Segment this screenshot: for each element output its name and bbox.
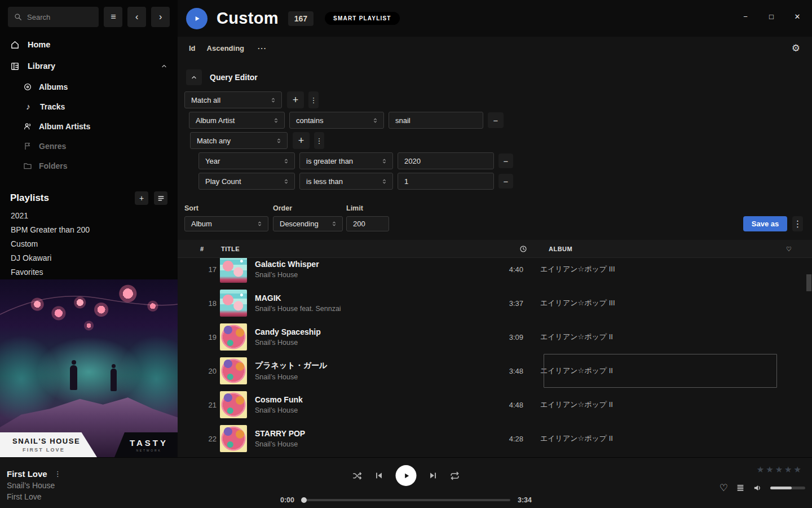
track-title: Cosmo Funk [255,395,470,404]
rule-value-input[interactable] [398,173,494,190]
playlists-header: Playlists + [0,188,178,208]
table-row[interactable]: 18 MAGIKSnail’s House feat. Sennzai 3:37… [178,286,812,320]
save-menu-button[interactable]: ⋮ [792,216,803,231]
group-menu-button-2[interactable]: ⋮ [314,132,324,149]
order-select[interactable]: Descending [273,216,343,231]
table-row[interactable]: 22 STARRY POPSnail’s House 4:28 エイリアン☆ポッ… [178,422,812,456]
search-box[interactable] [8,7,99,27]
table-scrollbar-thumb[interactable] [806,274,811,291]
volume-button[interactable] [753,483,762,493]
queue-button[interactable] [736,483,745,492]
remove-rule-button[interactable]: − [498,154,513,168]
track-album[interactable]: エイリアン☆ポップ III [540,264,777,274]
back-button[interactable]: ‹ [127,7,146,27]
select-value: Album Artist [196,116,235,125]
track-album[interactable]: エイリアン☆ポップ III [540,298,777,308]
playback-controls [352,465,460,486]
track-album[interactable]: エイリアン☆ポップ II [540,366,777,376]
chevron-up-icon[interactable] [161,63,167,69]
table-row[interactable]: 20 プラネット・ガールSnail’s House 3:48 エイリアン☆ポップ… [178,354,812,388]
match-type-select-2[interactable]: Match any [190,132,288,149]
sort-select[interactable]: Album [184,216,268,231]
favorite-heart-button[interactable]: ♡ [720,482,728,493]
sidebar: ≡ ‹ › Home Library Albums ♪ Tracks Album… [0,0,178,457]
track-album[interactable]: エイリアン☆ポップ II [540,400,777,410]
star-rating[interactable]: ★★★★★ [757,465,803,475]
table-row[interactable]: 19 Candy SpaceshipSnail’s House 3:09 エイリ… [178,320,812,354]
rule-operator-select[interactable]: contains [289,112,384,129]
search-input[interactable] [27,13,89,21]
limit-input[interactable] [346,216,389,231]
add-rule-button-1[interactable]: + [287,91,304,108]
column-album[interactable]: ALBUM [549,240,572,258]
rule-field-select[interactable]: Album Artist [189,112,285,129]
next-button[interactable] [429,471,438,480]
favorite-column-heart-icon[interactable]: ♡ [786,240,792,258]
match-type-select-1[interactable]: Match all [184,91,282,108]
playlist-item[interactable]: 2021 [0,208,178,222]
playlist-list-button[interactable] [154,191,167,205]
sidebar-item-folders[interactable]: Folders [0,156,178,176]
plus-icon: + [298,135,304,147]
close-button[interactable]: ✕ [791,10,804,23]
sidebar-item-home[interactable]: Home [0,34,178,55]
sidebar-item-albums[interactable]: Albums [0,77,178,97]
rule-value-input[interactable] [398,152,494,169]
rule-operator-select[interactable]: is greater than [299,152,393,169]
table-row[interactable]: 21 Cosmo FunkSnail’s House 4:48 エイリアン☆ポッ… [178,388,812,422]
column-number[interactable]: # [200,240,204,258]
track-duration: 4:48 [470,401,523,409]
track-artist: Snail’s House [255,373,470,381]
rule-operator-select[interactable]: is less than [299,173,393,190]
playlist-item[interactable]: Custom [0,237,178,251]
duration-column-clock-icon[interactable] [519,240,527,258]
seek-bar[interactable] [302,499,510,501]
gear-icon[interactable]: ⚙ [792,42,800,54]
rule-value-input[interactable] [389,112,483,129]
progress-row: 0:00 3:34 [0,495,812,504]
query-editor-header: Query Editor [186,69,258,85]
repeat-button[interactable] [450,471,460,481]
now-playing-menu-button[interactable]: ⋮ [54,470,61,478]
sidebar-item-library[interactable]: Library [0,55,178,77]
menu-button[interactable]: ≡ [104,7,122,27]
forward-button[interactable]: › [151,7,170,27]
toolbar-more-button[interactable]: ··· [258,44,267,52]
volume-slider[interactable] [770,487,805,489]
sort-direction-button[interactable]: Ascending [207,44,244,52]
playlist-item[interactable]: BPM Greater than 200 [0,222,178,237]
add-playlist-button[interactable]: + [135,191,148,205]
maximize-button[interactable]: □ [765,10,778,23]
sidebar-item-tracks[interactable]: ♪ Tracks [0,97,178,116]
play-playlist-button[interactable] [186,8,208,29]
seek-handle[interactable] [301,497,307,503]
play-icon [193,15,201,23]
track-album[interactable]: エイリアン☆ポップ II [540,433,777,444]
rule-field-select[interactable]: Play Count [198,173,295,190]
remove-rule-button[interactable]: − [498,174,513,189]
group-menu-button-1[interactable]: ⋮ [308,91,319,108]
hamburger-icon: ≡ [111,12,116,22]
previous-button[interactable] [374,471,384,480]
add-rule-button-2[interactable]: + [293,132,310,149]
play-pause-button[interactable] [396,465,417,486]
sort-field-button[interactable]: Id [189,44,196,52]
query-editor-collapse-button[interactable] [186,69,202,85]
playlist-item[interactable]: DJ Okawari [0,251,178,265]
rule-field-select[interactable]: Year [198,152,295,169]
playlist-item[interactable]: Favorites [0,265,178,279]
minimize-button[interactable]: − [739,10,752,23]
shuffle-button[interactable] [352,471,363,481]
sidebar-item-label: Home [28,40,50,49]
column-title[interactable]: TITLE [221,240,240,258]
save-as-button[interactable]: Save as [743,216,787,231]
sidebar-item-genres[interactable]: Genres [0,136,178,156]
list-icon [157,195,165,202]
track-album[interactable]: エイリアン☆ポップ II [540,332,777,342]
remove-rule-button[interactable]: − [488,112,504,128]
kebab-icon: ⋮ [316,137,323,145]
sidebar-item-label: Folders [39,161,68,170]
sidebar-item-album-artists[interactable]: Album Artists [0,116,178,136]
search-icon [14,13,22,21]
select-value: Match any [197,137,231,145]
